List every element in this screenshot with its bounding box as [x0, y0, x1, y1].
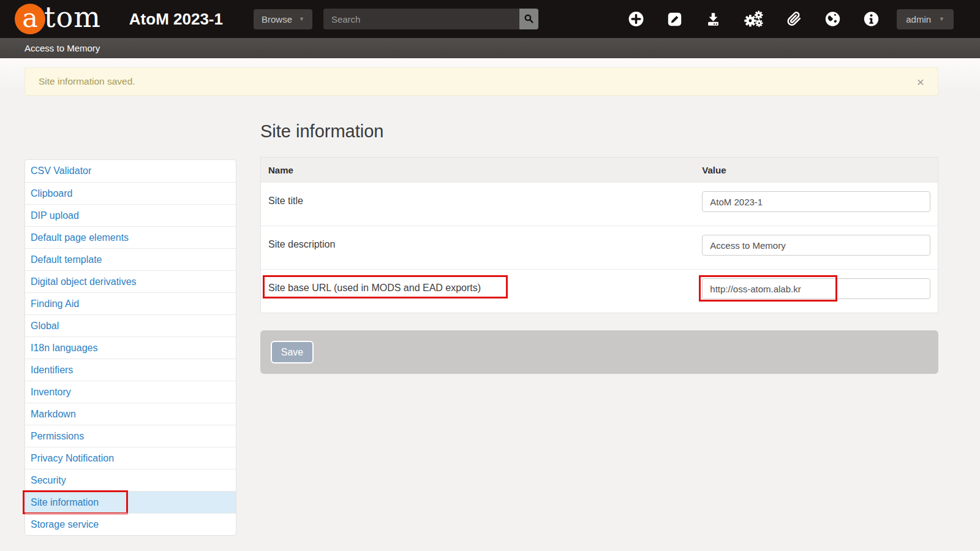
sidebar-item-markdown[interactable]: Markdown — [25, 403, 236, 425]
browse-menu-button[interactable]: Browse ▼ — [254, 9, 312, 29]
setting-label: Site title — [268, 196, 303, 206]
caret-down-icon: ▼ — [299, 16, 304, 22]
admin-gears-icon[interactable] — [744, 10, 764, 28]
settings-table: Name Value Site title Site description S… — [260, 157, 938, 313]
search-icon — [523, 13, 534, 26]
search-box — [323, 9, 538, 29]
caret-down-icon: ▼ — [939, 16, 944, 22]
form-actions-bar: Save — [260, 330, 938, 374]
sidebar-item-digital-object-derivatives[interactable]: Digital object derivatives — [25, 270, 236, 292]
table-header-row: Name Value — [261, 158, 938, 182]
site-description-input[interactable] — [702, 235, 930, 256]
quick-links-info-icon[interactable] — [863, 10, 880, 28]
atom-logo-rest: tom — [44, 3, 101, 35]
search-input[interactable] — [323, 9, 519, 29]
sidebar-item-finding-aid[interactable]: Finding Aid — [25, 292, 236, 314]
sidebar-item-security[interactable]: Security — [25, 469, 236, 491]
language-globe-icon[interactable] — [824, 10, 841, 28]
top-navbar: atom AtoM 2023-1 Browse ▼ — [0, 0, 980, 38]
sidebar-item-global[interactable]: Global — [25, 314, 236, 336]
search-button[interactable] — [519, 9, 538, 29]
sidebar-item-identifiers[interactable]: Identifiers — [25, 359, 236, 381]
user-menu-button[interactable]: admin ▼ — [897, 9, 954, 29]
navbar-icon-menu — [628, 10, 880, 28]
sidebar-item-default-page-elements[interactable]: Default page elements — [25, 226, 236, 248]
table-row-site-title: Site title — [261, 182, 938, 226]
user-menu-label: admin — [906, 14, 931, 25]
table-row-site-base-url: Site base URL (used in MODS and EAD expo… — [261, 269, 938, 313]
sidebar-item-dip-upload[interactable]: DIP upload — [25, 204, 236, 226]
sidebar-item-inventory[interactable]: Inventory — [25, 381, 236, 403]
atom-logo-a: a — [15, 4, 45, 34]
main-panel: Site information Name Value Site title S… — [260, 96, 938, 374]
import-icon[interactable] — [705, 11, 722, 28]
sidebar-item-csv-validator[interactable]: CSV Validator — [25, 160, 236, 182]
annotation-box-sidebar — [23, 490, 128, 514]
site-description-text: Access to Memory — [24, 43, 100, 53]
table-row-site-description: Site description — [261, 226, 938, 269]
sidebar-item-default-template[interactable]: Default template — [25, 248, 236, 270]
edit-icon[interactable] — [666, 11, 683, 28]
atom-logo[interactable]: atom — [15, 3, 101, 35]
column-header-value: Value — [695, 158, 938, 182]
settings-sidebar: CSV Validator Clipboard DIP upload Defau… — [24, 159, 236, 536]
content-area: CSV Validator Clipboard DIP upload Defau… — [0, 96, 980, 536]
annotation-box-base-url-label — [263, 275, 508, 298]
site-description-bar: Access to Memory — [0, 38, 980, 58]
sidebar-item-privacy-notification[interactable]: Privacy Notification — [25, 447, 236, 469]
site-title-input[interactable] — [702, 191, 930, 212]
alert-banner: Site information saved. × — [24, 67, 938, 96]
site-title-link[interactable]: AtoM 2023-1 — [129, 10, 223, 29]
sidebar-item-site-information[interactable]: Site information — [25, 491, 236, 513]
sidebar-item-permissions[interactable]: Permissions — [25, 425, 236, 447]
save-button[interactable]: Save — [271, 341, 314, 363]
alert-close-button[interactable]: × — [916, 75, 925, 88]
sidebar-item-storage-service[interactable]: Storage service — [25, 513, 236, 535]
column-header-name: Name — [261, 158, 695, 182]
setting-label: Site description — [268, 239, 335, 249]
alert-message: Site information saved. — [39, 76, 135, 87]
page-title: Site information — [260, 121, 938, 142]
annotation-box-base-url-value — [699, 275, 837, 302]
browse-label: Browse — [262, 14, 292, 25]
settings-menu: CSV Validator Clipboard DIP upload Defau… — [25, 160, 236, 535]
clipboard-paperclip-icon[interactable] — [786, 10, 802, 28]
add-icon[interactable] — [628, 10, 644, 28]
sidebar-item-clipboard[interactable]: Clipboard — [25, 182, 236, 204]
sidebar-item-i18n-languages[interactable]: I18n languages — [25, 336, 236, 359]
